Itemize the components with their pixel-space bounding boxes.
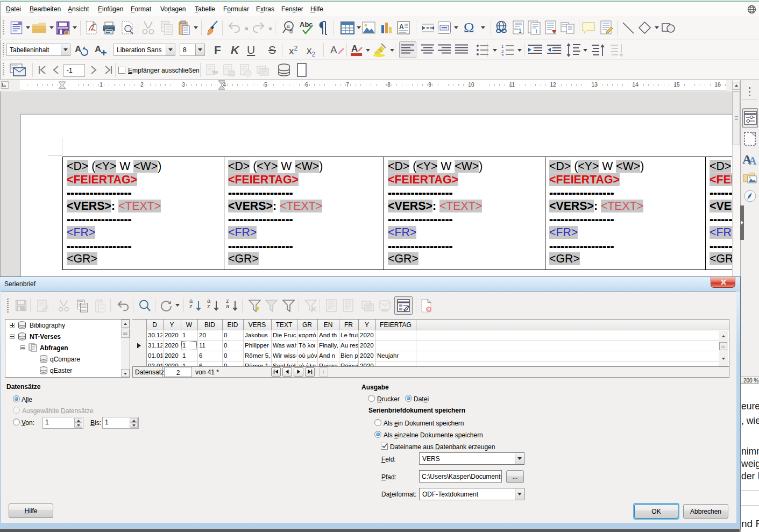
svg-text:A: A bbox=[95, 44, 101, 54]
svg-text:3: 3 bbox=[501, 53, 504, 56]
svg-text:Ω: Ω bbox=[464, 20, 474, 35]
svg-text:1: 1 bbox=[519, 28, 522, 34]
svg-text:1: 1 bbox=[501, 44, 504, 49]
svg-text:A: A bbox=[330, 44, 337, 55]
svg-text:A: A bbox=[351, 44, 358, 54]
svg-text:i: i bbox=[536, 29, 537, 34]
svg-text:A: A bbox=[75, 44, 81, 54]
svg-text:d: d bbox=[289, 28, 293, 34]
svg-text:A: A bbox=[749, 155, 757, 166]
svg-text:A: A bbox=[399, 23, 404, 31]
